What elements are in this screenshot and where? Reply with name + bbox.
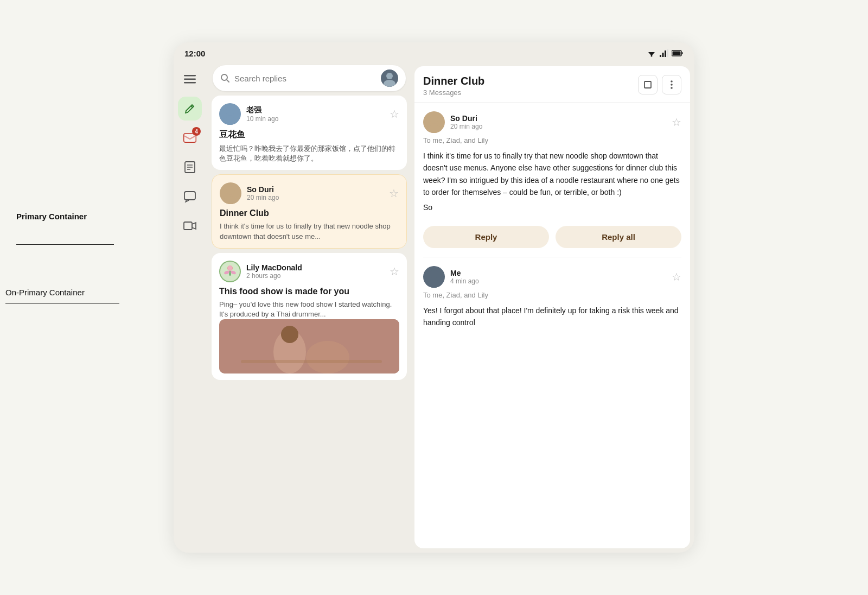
primary-annotation-line — [16, 244, 114, 247]
svg-point-44 — [430, 115, 438, 124]
detail-title: Dinner Club — [423, 75, 484, 87]
sidebar-hamburger[interactable] — [178, 67, 202, 91]
status-bar: 12:00 — [174, 42, 694, 62]
svg-rect-2 — [660, 55, 661, 57]
msg-time-1: 20 min ago — [450, 123, 666, 130]
svg-rect-9 — [184, 75, 196, 77]
msg-to-2: To me, Ziad, and Lily — [423, 291, 681, 299]
more-options-btn[interactable] — [662, 75, 681, 94]
detail-panel: Dinner Club 3 Messages — [414, 66, 690, 548]
sidebar-video[interactable] — [178, 214, 202, 238]
email-sender-2: So Duri — [247, 185, 384, 194]
svg-point-43 — [671, 87, 673, 89]
user-avatar[interactable] — [381, 69, 398, 87]
email-item-2[interactable]: So Duri 20 min ago ☆ Dinner Club I think… — [212, 174, 407, 248]
email-items: 老强 10 min ago ☆ 豆花鱼 最近忙吗？昨晚我去了你最爱的那家饭馆，点… — [206, 96, 412, 553]
detail-count: 3 Messages — [423, 88, 484, 97]
email-time-3: 2 hours ago — [246, 272, 384, 280]
svg-point-27 — [226, 186, 235, 195]
signal-icon — [660, 49, 668, 57]
page-wrapper: Primary Container On-Primary Container 1… — [0, 0, 868, 595]
email-avatar-1 — [219, 103, 241, 125]
svg-point-34 — [228, 265, 232, 271]
on-primary-annotation-line — [5, 303, 119, 306]
wifi-icon — [647, 49, 656, 57]
detail-messages: So Duri 20 min ago ☆ To me, Ziad, and Li… — [414, 103, 690, 548]
msg-to-1: To me, Ziad, and Lily — [423, 136, 681, 144]
message-item-1: So Duri 20 min ago ☆ To me, Ziad, and Li… — [423, 103, 681, 257]
email-sender-1: 老强 — [246, 105, 384, 115]
msg-sender-2: Me — [450, 269, 666, 277]
sidebar-chat[interactable] — [178, 185, 202, 208]
svg-point-47 — [426, 280, 442, 288]
phone-frame: 12:00 — [174, 42, 694, 553]
email-preview-1: 最近忙吗？昨晚我去了你最爱的那家饭馆，点了他们的特色豆花鱼，吃着吃着就想你了。 — [219, 144, 399, 163]
svg-line-22 — [227, 80, 229, 83]
email-image-3 — [219, 319, 399, 374]
email-subject-1: 豆花鱼 — [219, 129, 399, 141]
email-preview-2: I think it's time for us to finally try … — [220, 221, 399, 241]
sidebar-compose[interactable] — [178, 97, 202, 121]
msg-avatar-1 — [423, 111, 445, 133]
msg-sender-1: So Duri — [450, 114, 666, 123]
sidebar-inbox[interactable]: 4 — [178, 126, 202, 150]
svg-point-23 — [386, 73, 393, 79]
msg-body-2: Yes! I forgot about that place! I'm defi… — [423, 305, 681, 329]
svg-rect-4 — [665, 50, 666, 57]
svg-point-45 — [426, 125, 442, 133]
svg-point-42 — [671, 84, 673, 86]
sidebar: 4 — [174, 62, 206, 553]
svg-line-12 — [191, 106, 193, 107]
email-avatar-3 — [219, 261, 241, 282]
msg-body-1: I think it's time for us to finally try … — [423, 150, 681, 199]
svg-rect-20 — [184, 222, 192, 230]
email-list-panel: 老强 10 min ago ☆ 豆花鱼 最近忙吗？昨晚我去了你最爱的那家饭馆，点… — [206, 62, 412, 553]
email-item-1[interactable]: 老强 10 min ago ☆ 豆花鱼 最近忙吗？昨晚我去了你最爱的那家饭馆，点… — [212, 96, 407, 170]
search-bar — [213, 65, 406, 91]
inbox-badge: 4 — [192, 127, 201, 136]
msg-star-1[interactable]: ☆ — [672, 116, 681, 129]
msg-star-2[interactable]: ☆ — [672, 270, 681, 283]
status-time: 12:00 — [184, 49, 205, 58]
svg-point-25 — [226, 107, 234, 116]
reply-buttons: Reply Reply all — [423, 219, 681, 257]
svg-point-41 — [671, 80, 673, 83]
email-item-3[interactable]: Lily MacDonald 2 hours ago ☆ This food s… — [212, 253, 407, 380]
detail-header: Dinner Club 3 Messages — [414, 66, 690, 103]
reply-all-button[interactable]: Reply all — [556, 226, 681, 248]
svg-rect-11 — [184, 82, 196, 84]
email-time-1: 10 min ago — [246, 115, 384, 123]
message-item-2: Me 4 min ago ☆ To me, Ziad, and Lily Yes… — [423, 257, 681, 340]
square-icon-btn[interactable] — [638, 75, 658, 94]
on-primary-container-label: On-Primary Container — [5, 288, 85, 297]
primary-container-label: Primary Container — [16, 212, 87, 221]
email-avatar-2 — [220, 182, 241, 204]
sidebar-document[interactable] — [178, 155, 202, 179]
svg-rect-10 — [184, 79, 196, 80]
msg-sign-1: So — [423, 203, 681, 212]
svg-point-37 — [281, 326, 298, 343]
star-icon-3[interactable]: ☆ — [390, 265, 399, 278]
star-icon-1[interactable]: ☆ — [390, 107, 399, 121]
svg-point-26 — [222, 117, 238, 125]
reply-button[interactable]: Reply — [423, 226, 549, 248]
svg-point-38 — [306, 341, 349, 374]
main-content: 4 — [174, 62, 694, 553]
email-subject-2: Dinner Club — [220, 208, 399, 218]
email-subject-3: This food show is made for you — [219, 287, 399, 296]
svg-point-24 — [384, 80, 395, 87]
svg-point-46 — [430, 270, 438, 278]
svg-rect-40 — [644, 81, 651, 88]
star-icon-2[interactable]: ☆ — [389, 187, 399, 200]
battery-icon — [672, 50, 684, 56]
svg-point-1 — [651, 55, 653, 57]
svg-rect-8 — [673, 52, 681, 55]
search-input[interactable] — [234, 74, 376, 83]
svg-rect-5 — [667, 49, 669, 57]
msg-avatar-2 — [423, 266, 445, 288]
email-sender-3: Lily MacDonald — [246, 263, 384, 272]
svg-rect-7 — [682, 52, 683, 54]
svg-rect-19 — [184, 192, 195, 200]
status-icons — [647, 49, 684, 57]
search-icon — [220, 73, 230, 83]
